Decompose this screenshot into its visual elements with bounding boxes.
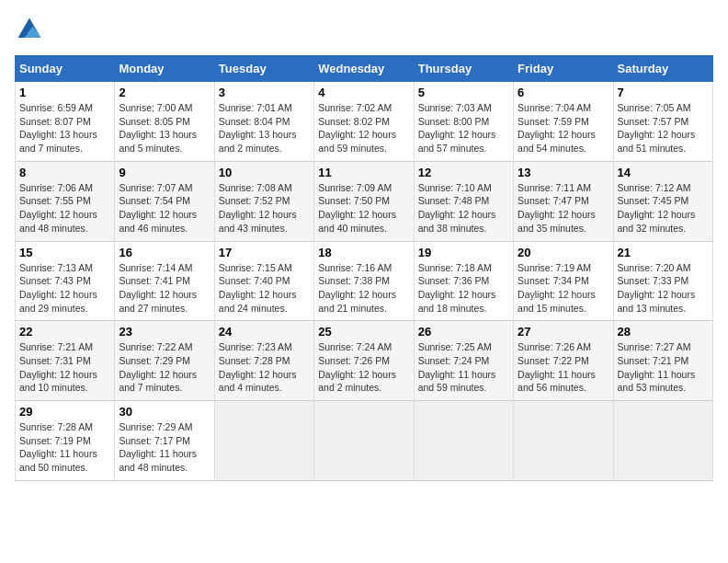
calendar-cell <box>314 401 414 481</box>
col-header-sunday: Sunday <box>16 56 115 82</box>
day-number: 17 <box>219 246 310 259</box>
day-number: 16 <box>119 246 210 259</box>
cell-content: Sunrise: 7:07 AMSunset: 7:54 PMDaylight:… <box>119 181 210 236</box>
calendar-cell: 18Sunrise: 7:16 AMSunset: 7:38 PMDayligh… <box>314 241 414 321</box>
cell-content: Sunrise: 7:29 AMSunset: 7:17 PMDaylight:… <box>119 420 210 475</box>
day-number: 6 <box>518 86 609 99</box>
col-header-monday: Monday <box>115 56 214 82</box>
calendar-cell: 6Sunrise: 7:04 AMSunset: 7:59 PMDaylight… <box>514 82 613 162</box>
logo <box>15 15 48 44</box>
day-number: 14 <box>618 166 709 179</box>
day-number: 20 <box>518 246 609 259</box>
cell-content: Sunrise: 7:03 AMSunset: 8:00 PMDaylight:… <box>418 101 509 155</box>
calendar-cell: 14Sunrise: 7:12 AMSunset: 7:45 PMDayligh… <box>613 161 712 241</box>
cell-content: Sunrise: 7:06 AMSunset: 7:55 PMDaylight:… <box>19 181 110 236</box>
day-number: 9 <box>119 166 210 179</box>
calendar-week-4: 22Sunrise: 7:21 AMSunset: 7:31 PMDayligh… <box>16 321 713 401</box>
cell-content: Sunrise: 7:00 AMSunset: 8:05 PMDaylight:… <box>119 101 210 155</box>
calendar-cell: 9Sunrise: 7:07 AMSunset: 7:54 PMDaylight… <box>115 161 214 241</box>
day-number: 12 <box>418 166 509 179</box>
cell-content: Sunrise: 7:09 AMSunset: 7:50 PMDaylight:… <box>318 181 409 236</box>
day-number: 5 <box>418 86 509 99</box>
day-number: 15 <box>19 246 110 259</box>
cell-content: Sunrise: 7:28 AMSunset: 7:19 PMDaylight:… <box>19 420 110 475</box>
calendar-week-1: 1Sunrise: 6:59 AMSunset: 8:07 PMDaylight… <box>16 82 713 162</box>
page-header <box>15 15 713 44</box>
calendar-week-2: 8Sunrise: 7:06 AMSunset: 7:55 PMDaylight… <box>16 161 713 241</box>
cell-content: Sunrise: 7:25 AMSunset: 7:24 PMDaylight:… <box>418 340 509 395</box>
cell-content: Sunrise: 7:24 AMSunset: 7:26 PMDaylight:… <box>318 340 409 395</box>
day-number: 4 <box>318 86 409 99</box>
cell-content: Sunrise: 7:27 AMSunset: 7:21 PMDaylight:… <box>618 340 709 395</box>
calendar-cell: 12Sunrise: 7:10 AMSunset: 7:48 PMDayligh… <box>414 161 513 241</box>
day-number: 8 <box>19 166 110 179</box>
col-header-wednesday: Wednesday <box>314 56 414 82</box>
day-number: 22 <box>19 325 110 339</box>
cell-content: Sunrise: 7:01 AMSunset: 8:04 PMDaylight:… <box>219 101 310 155</box>
cell-content: Sunrise: 7:11 AMSunset: 7:47 PMDaylight:… <box>518 181 609 236</box>
calendar-cell: 23Sunrise: 7:22 AMSunset: 7:29 PMDayligh… <box>115 321 214 401</box>
calendar-week-5: 29Sunrise: 7:28 AMSunset: 7:19 PMDayligh… <box>16 401 713 481</box>
calendar-cell: 16Sunrise: 7:14 AMSunset: 7:41 PMDayligh… <box>115 241 214 321</box>
cell-content: Sunrise: 7:04 AMSunset: 7:59 PMDaylight:… <box>518 101 609 155</box>
col-header-saturday: Saturday <box>613 56 712 82</box>
cell-content: Sunrise: 7:15 AMSunset: 7:40 PMDaylight:… <box>219 261 310 316</box>
day-number: 26 <box>418 325 509 339</box>
calendar-cell: 17Sunrise: 7:15 AMSunset: 7:40 PMDayligh… <box>214 241 313 321</box>
calendar-cell: 10Sunrise: 7:08 AMSunset: 7:52 PMDayligh… <box>214 161 313 241</box>
day-number: 13 <box>518 166 609 179</box>
day-number: 27 <box>518 325 609 339</box>
day-number: 18 <box>318 246 409 259</box>
calendar-cell: 2Sunrise: 7:00 AMSunset: 8:05 PMDaylight… <box>115 82 214 162</box>
cell-content: Sunrise: 7:23 AMSunset: 7:28 PMDaylight:… <box>219 340 310 395</box>
cell-content: Sunrise: 6:59 AMSunset: 8:07 PMDaylight:… <box>19 101 110 155</box>
cell-content: Sunrise: 7:19 AMSunset: 7:34 PMDaylight:… <box>518 261 609 316</box>
calendar-cell: 25Sunrise: 7:24 AMSunset: 7:26 PMDayligh… <box>314 321 414 401</box>
day-number: 11 <box>318 166 409 179</box>
cell-content: Sunrise: 7:18 AMSunset: 7:36 PMDaylight:… <box>418 261 509 316</box>
cell-content: Sunrise: 7:20 AMSunset: 7:33 PMDaylight:… <box>618 261 709 316</box>
calendar-cell: 26Sunrise: 7:25 AMSunset: 7:24 PMDayligh… <box>414 321 513 401</box>
cell-content: Sunrise: 7:05 AMSunset: 7:57 PMDaylight:… <box>618 101 709 155</box>
day-number: 25 <box>318 325 409 339</box>
calendar-cell: 24Sunrise: 7:23 AMSunset: 7:28 PMDayligh… <box>214 321 313 401</box>
cell-content: Sunrise: 7:21 AMSunset: 7:31 PMDaylight:… <box>19 340 110 395</box>
calendar-cell: 30Sunrise: 7:29 AMSunset: 7:17 PMDayligh… <box>115 401 214 481</box>
logo-icon <box>15 15 44 44</box>
calendar-cell: 15Sunrise: 7:13 AMSunset: 7:43 PMDayligh… <box>16 241 115 321</box>
day-number: 30 <box>119 405 210 419</box>
calendar-body: 1Sunrise: 6:59 AMSunset: 8:07 PMDaylight… <box>16 82 713 481</box>
day-number: 23 <box>119 325 210 339</box>
cell-content: Sunrise: 7:02 AMSunset: 8:02 PMDaylight:… <box>318 101 409 155</box>
calendar-cell: 7Sunrise: 7:05 AMSunset: 7:57 PMDaylight… <box>613 82 712 162</box>
day-number: 28 <box>618 325 709 339</box>
cell-content: Sunrise: 7:16 AMSunset: 7:38 PMDaylight:… <box>318 261 409 316</box>
day-number: 24 <box>219 325 310 339</box>
calendar-cell <box>613 401 712 481</box>
cell-content: Sunrise: 7:26 AMSunset: 7:22 PMDaylight:… <box>518 340 609 395</box>
calendar-cell: 19Sunrise: 7:18 AMSunset: 7:36 PMDayligh… <box>414 241 513 321</box>
calendar-cell <box>214 401 313 481</box>
day-number: 29 <box>19 405 110 419</box>
calendar-cell: 29Sunrise: 7:28 AMSunset: 7:19 PMDayligh… <box>16 401 115 481</box>
calendar-table: SundayMondayTuesdayWednesdayThursdayFrid… <box>15 55 713 481</box>
cell-content: Sunrise: 7:13 AMSunset: 7:43 PMDaylight:… <box>19 261 110 316</box>
day-number: 1 <box>19 86 110 99</box>
calendar-week-3: 15Sunrise: 7:13 AMSunset: 7:43 PMDayligh… <box>16 241 713 321</box>
cell-content: Sunrise: 7:10 AMSunset: 7:48 PMDaylight:… <box>418 181 509 236</box>
calendar-cell: 21Sunrise: 7:20 AMSunset: 7:33 PMDayligh… <box>613 241 712 321</box>
day-number: 10 <box>219 166 310 179</box>
cell-content: Sunrise: 7:12 AMSunset: 7:45 PMDaylight:… <box>618 181 709 236</box>
calendar-cell <box>414 401 513 481</box>
cell-content: Sunrise: 7:22 AMSunset: 7:29 PMDaylight:… <box>119 340 210 395</box>
calendar-cell: 1Sunrise: 6:59 AMSunset: 8:07 PMDaylight… <box>16 82 115 162</box>
calendar-cell: 3Sunrise: 7:01 AMSunset: 8:04 PMDaylight… <box>214 82 313 162</box>
calendar-cell: 13Sunrise: 7:11 AMSunset: 7:47 PMDayligh… <box>514 161 613 241</box>
col-header-thursday: Thursday <box>414 56 513 82</box>
calendar-cell: 22Sunrise: 7:21 AMSunset: 7:31 PMDayligh… <box>16 321 115 401</box>
calendar-header: SundayMondayTuesdayWednesdayThursdayFrid… <box>16 56 713 82</box>
col-header-tuesday: Tuesday <box>214 56 313 82</box>
day-number: 21 <box>618 246 709 259</box>
day-number: 19 <box>418 246 509 259</box>
calendar-cell <box>514 401 613 481</box>
